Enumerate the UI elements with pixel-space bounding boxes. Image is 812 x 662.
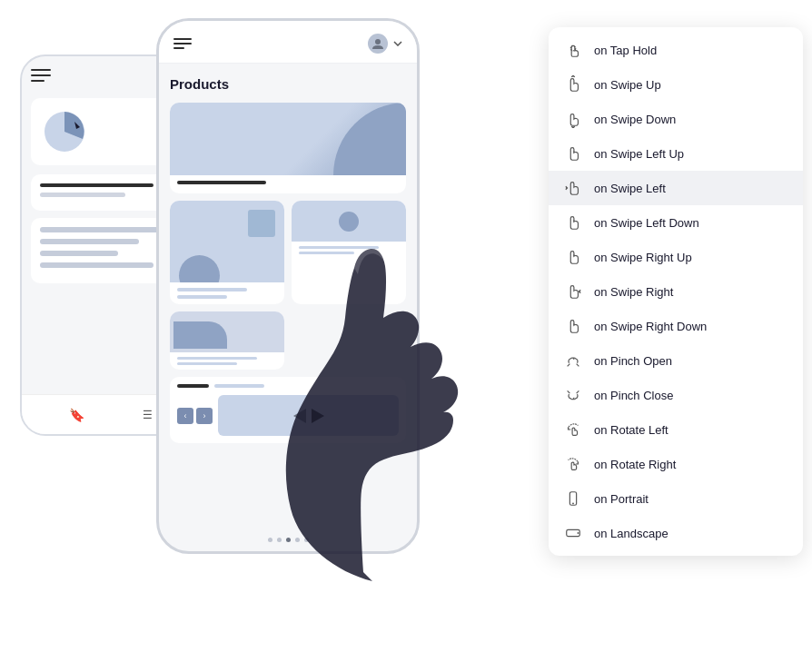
header-right [368, 34, 402, 54]
dropdown-item-landscape[interactable]: on Landscape [549, 516, 803, 550]
swipe-right-icon [563, 282, 583, 301]
gesture-dropdown[interactable]: on Tap Hold on Swipe Up on Swipe Down on… [549, 27, 803, 556]
next-btn[interactable]: › [196, 408, 213, 424]
rotate-right-icon [563, 454, 583, 474]
dropdown-item-swipe-down[interactable]: on Swipe Down [549, 102, 803, 136]
menu-icon: ☰ [143, 409, 153, 421]
dropdown-item-label-rotate-right: on Rotate Right [594, 458, 676, 471]
portrait-icon [563, 489, 583, 509]
products-title: Products [170, 76, 406, 92]
dropdown-item-pinch-close[interactable]: on Pinch Close [549, 378, 803, 412]
top-banner-card [170, 103, 406, 193]
pinch-open-icon [563, 351, 583, 371]
pinch-close-icon [563, 385, 583, 405]
dropdown-item-label-rotate-left: on Rotate Left [594, 423, 668, 437]
avatar [368, 34, 388, 54]
dropdown-item-swipe-right-up[interactable]: on Swipe Right Up [549, 240, 803, 274]
landscape-icon [563, 523, 583, 543]
dropdown-item-portrait[interactable]: on Portrait [549, 481, 803, 516]
rotate-left-icon [563, 420, 583, 440]
dropdown-item-swipe-left[interactable]: on Swipe Left [549, 171, 803, 205]
swipe-up-icon [563, 74, 583, 94]
dropdown-item-label-pinch-close: on Pinch Close [594, 389, 673, 402]
tap-hold-icon [563, 40, 583, 60]
hamburger-icon-main [173, 38, 192, 49]
swipe-right-down-icon [563, 316, 583, 336]
dropdown-item-label-swipe-up: on Swipe Up [594, 78, 661, 92]
dropdown-item-label-swipe-left: on Swipe Left [594, 182, 666, 195]
dropdown-item-label-portrait: on Portrait [594, 492, 649, 506]
dropdown-item-swipe-right[interactable]: on Swipe Right [549, 274, 803, 309]
prev-btn[interactable]: ‹ [177, 408, 193, 424]
swipe-right-up-icon [563, 247, 583, 267]
swipe-down-icon [563, 109, 583, 129]
dropdown-item-label-pinch-open: on Pinch Open [594, 354, 672, 368]
dropdown-item-pinch-open[interactable]: on Pinch Open [549, 343, 803, 378]
chevron-down-icon [393, 41, 402, 46]
phone-main-header [159, 21, 417, 64]
swipe-left-up-icon [563, 143, 583, 163]
avatar-icon [371, 37, 384, 50]
dropdown-item-swipe-up[interactable]: on Swipe Up [549, 67, 803, 102]
pie-chart-icon [40, 107, 89, 156]
hamburger-icon-bg [31, 69, 51, 82]
svg-point-2 [375, 39, 381, 44]
bookmark-icon: 🔖 [69, 408, 84, 422]
dropdown-item-label-swipe-left-up: on Swipe Left Up [594, 147, 684, 161]
dropdown-item-label-tap-hold: on Tap Hold [594, 44, 657, 57]
scene: ♡ 🔖 ☰ [0, 0, 812, 662]
dropdown-item-rotate-left[interactable]: on Rotate Left [549, 412, 803, 447]
dropdown-item-label-landscape: on Landscape [594, 527, 668, 540]
swipe-left-down-icon [563, 212, 583, 232]
dropdown-item-label-swipe-right-down: on Swipe Right Down [594, 320, 707, 333]
dropdown-item-swipe-left-up[interactable]: on Swipe Left Up [549, 136, 803, 171]
dropdown-item-tap-hold[interactable]: on Tap Hold [549, 33, 803, 67]
dropdown-item-label-swipe-right: on Swipe Right [594, 285, 673, 299]
dropdown-item-label-swipe-down: on Swipe Down [594, 113, 676, 126]
dropdown-item-label-swipe-right-up: on Swipe Right Up [594, 251, 692, 264]
swipe-left-icon [563, 178, 583, 198]
hand-silhouette [245, 236, 500, 599]
dropdown-item-label-swipe-left-down: on Swipe Left Down [594, 216, 699, 230]
dropdown-item-swipe-right-down[interactable]: on Swipe Right Down [549, 309, 803, 343]
dropdown-item-swipe-left-down[interactable]: on Swipe Left Down [549, 205, 803, 240]
dropdown-item-rotate-right[interactable]: on Rotate Right [549, 447, 803, 481]
